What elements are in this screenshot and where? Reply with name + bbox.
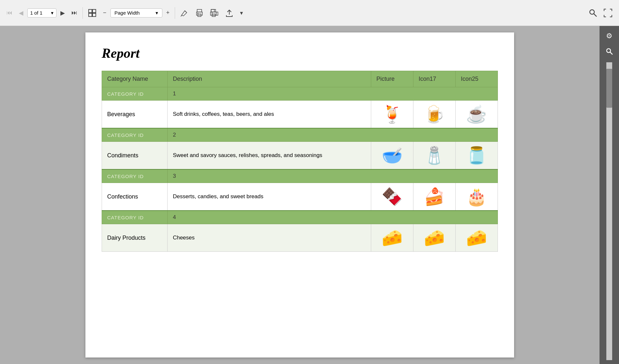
settings-icon: ⚙ [606,32,613,40]
icon25-cell: 🧀 [456,224,498,252]
separator-1 [82,7,83,19]
icon25-icon: 🎂 [466,187,487,206]
svg-rect-0 [89,9,92,13]
category-id-value: 4 [168,211,498,224]
edit-icon [180,9,189,17]
table-row: Confections Desserts, candies, and sweet… [102,183,498,211]
description-cell: Desserts, candies, and sweet breads [168,183,371,211]
description-cell: Cheeses [168,224,371,252]
table-header-row: Category Name Description Picture Icon17… [102,71,498,87]
search-sidebar-icon [605,47,613,57]
more-button[interactable]: ▾ [237,7,246,18]
settings-sidebar-button[interactable]: ⚙ [602,29,617,43]
svg-rect-13 [212,12,218,15]
icon25-cell: 🫙 [456,142,498,170]
category-id-label: CATEGORY ID [102,128,168,142]
export-icon [225,9,234,17]
print-icon [195,9,204,17]
thumbnails-icon [88,9,96,17]
header-picture: Picture [371,71,413,87]
search-icon [588,8,598,18]
icon17-icon: 🍺 [424,105,445,124]
picture-icon: 🧀 [382,228,403,247]
svg-rect-1 [93,9,96,13]
picture-cell: 🧀 [371,224,413,252]
svg-line-18 [610,52,613,55]
svg-rect-6 [197,9,202,12]
fullscreen-button[interactable] [601,6,615,19]
report-table: Category Name Description Picture Icon17… [102,71,498,252]
icon17-icon: 🧀 [424,228,445,247]
category-name-cell: Confections [102,183,168,211]
fullscreen-icon [603,8,613,18]
edit-button[interactable] [178,7,191,19]
icon25-icon: 🧀 [466,228,487,247]
svg-rect-7 [196,12,202,15]
print-button[interactable] [193,7,206,19]
category-id-row: CATEGORY ID 2 [102,128,498,142]
category-name-cell: Dairy Products [102,224,168,252]
icon25-icon: ☕ [466,105,487,124]
svg-line-16 [594,14,597,17]
icon25-cell: ☕ [456,101,498,128]
zoom-dropdown-icon: ▾ [156,10,158,16]
toolbar-right [586,6,615,19]
category-name-cell: Beverages [102,101,168,128]
thumbnail-button[interactable] [85,7,99,19]
picture-cell: 🍹 [371,101,413,128]
header-category-name: Category Name [102,71,168,87]
description-cell: Soft drinks, coffees, teas, beers, and a… [168,101,371,128]
search-sidebar-button[interactable] [602,45,617,60]
search-button[interactable] [586,6,600,19]
main-area: Report Category Name Description Picture… [0,26,619,364]
svg-rect-3 [93,13,96,17]
export-button[interactable] [222,7,236,19]
picture-icon: 🍫 [382,187,403,206]
scroll-track[interactable] [606,62,612,360]
svg-rect-2 [89,13,92,17]
header-icon25: Icon25 [456,71,498,87]
separator-2 [175,7,175,19]
print2-button[interactable] [208,7,221,19]
print2-icon [210,9,219,17]
category-id-label: CATEGORY ID [102,87,168,101]
category-id-label: CATEGORY ID [102,169,168,183]
next-page-button[interactable]: ▶ [58,7,68,18]
icon17-cell: 🍺 [413,101,456,128]
page-selector[interactable]: 1 of 1 ▾ [27,8,57,18]
icon17-icon: 🧂 [424,146,445,165]
svg-rect-10 [211,9,216,12]
icon25-icon: 🫙 [466,146,487,165]
right-sidebar: ⚙ [600,26,619,364]
zoom-out-button[interactable]: − [100,7,109,18]
prev-page-button[interactable]: ◀ [16,7,26,18]
picture-icon: 🍹 [382,105,403,124]
category-id-row: CATEGORY ID 4 [102,211,498,224]
report-page: Report Category Name Description Picture… [85,32,514,358]
svg-line-5 [181,15,182,17]
page-indicator: 1 of 1 [30,10,43,16]
category-id-label: CATEGORY ID [102,211,168,224]
zoom-in-button[interactable]: + [164,7,172,18]
category-id-row: CATEGORY ID 1 [102,87,498,101]
table-row: Dairy Products Cheeses 🧀 🧀 🧀 [102,224,498,252]
icon17-cell: 🧀 [413,224,456,252]
svg-point-15 [590,10,594,14]
zoom-selector[interactable]: Page Width ▾ [110,8,162,18]
picture-cell: 🥣 [371,142,413,170]
svg-rect-11 [211,9,214,12]
scroll-thumb[interactable] [606,69,612,108]
zoom-in-icon: + [166,9,170,16]
zoom-level-label: Page Width [115,10,140,16]
header-description: Description [168,71,371,87]
category-id-value: 2 [168,128,498,142]
last-page-button[interactable]: ⏭ [69,7,80,18]
category-id-value: 1 [168,87,498,101]
svg-point-9 [197,13,198,14]
first-page-button[interactable]: ⏮ [4,7,15,18]
icon17-cell: 🧂 [413,142,456,170]
category-id-value: 3 [168,169,498,183]
report-title: Report [102,45,498,61]
table-row: Beverages Soft drinks, coffees, teas, be… [102,101,498,128]
toolbar: ⏮ ◀ 1 of 1 ▾ ▶ ⏭ − Page Width ▾ + [0,0,619,26]
